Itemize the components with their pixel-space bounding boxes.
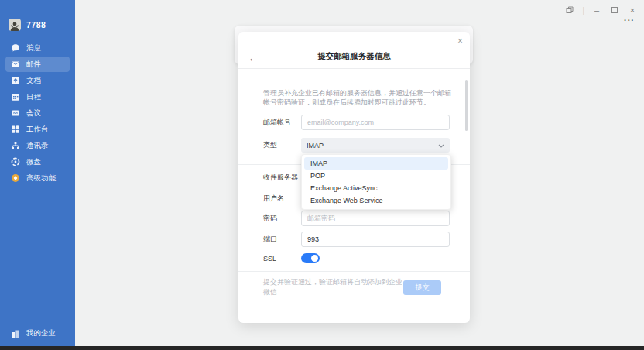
- profile[interactable]: 7788: [9, 19, 75, 31]
- sidebar-item-label: 微盘: [26, 157, 41, 167]
- sidebar-nav: 消息 邮件 文档 日程: [0, 40, 75, 187]
- building-icon: [11, 329, 20, 338]
- field-row-type: 类型 IMAP: [263, 138, 450, 153]
- footer-divider: [238, 271, 470, 272]
- sidebar-item-mail[interactable]: 邮件: [5, 57, 70, 72]
- type-select[interactable]: IMAP: [301, 138, 450, 153]
- more-options-icon[interactable]: ···: [624, 17, 635, 23]
- window-controls-divider: |: [582, 6, 584, 15]
- sidebar-item-label: 文档: [26, 76, 41, 86]
- submit-mail-server-dialog: × ← 提交邮箱服务器信息 管理员补充企业已有邮箱的服务器信息，并通过任意一个邮…: [238, 32, 470, 323]
- ssl-toggle[interactable]: [301, 253, 320, 263]
- sidebar-item-schedule[interactable]: 日程: [5, 89, 70, 105]
- sidebar-item-label: 通讯录: [26, 141, 49, 151]
- sidebar-item-contacts[interactable]: 通讯录: [5, 138, 70, 153]
- sidebar-item-label: 工作台: [26, 125, 49, 135]
- type-dropdown-menu: IMAP POP Exchange ActiveSync Exchange We…: [301, 154, 451, 210]
- dropdown-option-pop[interactable]: POP: [304, 170, 448, 182]
- field-label: 用户名: [263, 194, 301, 204]
- meeting-icon: [11, 108, 20, 118]
- mail-icon: [11, 60, 20, 69]
- sidebar-item-advanced-features[interactable]: 高级功能: [5, 170, 70, 186]
- sidebar-item-messages[interactable]: 消息: [5, 40, 70, 56]
- sidebar-item-drive[interactable]: 微盘: [5, 154, 70, 170]
- field-label: 端口: [263, 235, 301, 245]
- dialog-description: 管理员补充企业已有邮箱的服务器信息，并通过任意一个邮箱帐号密码验证，则成员在后续…: [263, 88, 452, 107]
- chat-icon: [11, 43, 20, 53]
- app-window: 7788 消息 邮件 文档: [0, 0, 644, 350]
- window-controls: | – ×: [564, 5, 638, 15]
- sidebar: 7788 消息 邮件 文档: [0, 0, 75, 346]
- dropdown-option-imap[interactable]: IMAP: [304, 157, 448, 170]
- close-window-icon[interactable]: ×: [627, 5, 638, 15]
- avatar[interactable]: [9, 19, 21, 31]
- contacts-icon: [11, 141, 20, 150]
- email-account-input[interactable]: [301, 115, 450, 130]
- sidebar-item-label: 邮件: [26, 60, 41, 70]
- document-icon: [11, 76, 20, 85]
- taskbar: [0, 346, 644, 350]
- dialog-header: ← 提交邮箱服务器信息: [238, 32, 470, 69]
- dropdown-option-exchange-web-service[interactable]: Exchange Web Service: [304, 194, 448, 207]
- field-label: 邮箱帐号: [263, 118, 301, 128]
- submit-button[interactable]: 提交: [403, 280, 441, 295]
- workbench-icon: [11, 125, 20, 134]
- sidebar-item-label: 会议: [26, 108, 41, 118]
- dialog-footer: 提交并验证通过，验证邮箱将自动添加到企业微信 提交: [263, 277, 441, 297]
- sidebar-item-label: 我的企业: [26, 328, 56, 338]
- field-label: SSL: [263, 255, 301, 262]
- dialog-title: 提交邮箱服务器信息: [238, 51, 470, 68]
- pin-window-icon[interactable]: [564, 5, 575, 15]
- field-row-ssl: SSL: [263, 253, 450, 263]
- sidebar-item-label: 消息: [26, 43, 41, 53]
- field-label: 类型: [263, 140, 301, 150]
- sidebar-item-workbench[interactable]: 工作台: [5, 122, 70, 137]
- field-row-email-account: 邮箱帐号: [263, 115, 450, 130]
- field-row-password: 密码: [263, 211, 450, 226]
- field-label: 收件服务器: [263, 173, 301, 183]
- maximize-icon[interactable]: [609, 5, 620, 15]
- scrollbar-thumb[interactable]: [465, 80, 468, 131]
- port-input[interactable]: [301, 232, 450, 247]
- drive-icon: [11, 157, 20, 166]
- submit-hint-text: 提交并验证通过，验证邮箱将自动添加到企业微信: [263, 277, 403, 297]
- main-area: | – × ··· × ← 提交邮箱服务器信息 管理员补充企业已有邮箱的服务器信…: [75, 0, 644, 346]
- profile-name: 7788: [26, 20, 46, 29]
- sidebar-item-meetings[interactable]: 会议: [5, 105, 70, 121]
- minimize-icon[interactable]: –: [591, 5, 602, 15]
- dropdown-option-exchange-activesync[interactable]: Exchange ActiveSync: [304, 182, 448, 194]
- chevron-down-icon: [438, 142, 444, 149]
- sidebar-item-my-enterprise[interactable]: 我的企业: [11, 328, 56, 338]
- advanced-features-icon: [11, 173, 20, 183]
- field-row-port: 端口: [263, 232, 450, 247]
- sidebar-item-label: 日程: [26, 92, 41, 102]
- calendar-icon: [11, 92, 20, 101]
- password-input[interactable]: [301, 211, 450, 226]
- sidebar-item-label: 高级功能: [26, 173, 56, 184]
- sidebar-item-documents[interactable]: 文档: [5, 73, 70, 88]
- type-select-value: IMAP: [307, 142, 324, 149]
- field-label: 密码: [263, 214, 301, 224]
- back-icon[interactable]: ←: [248, 53, 258, 63]
